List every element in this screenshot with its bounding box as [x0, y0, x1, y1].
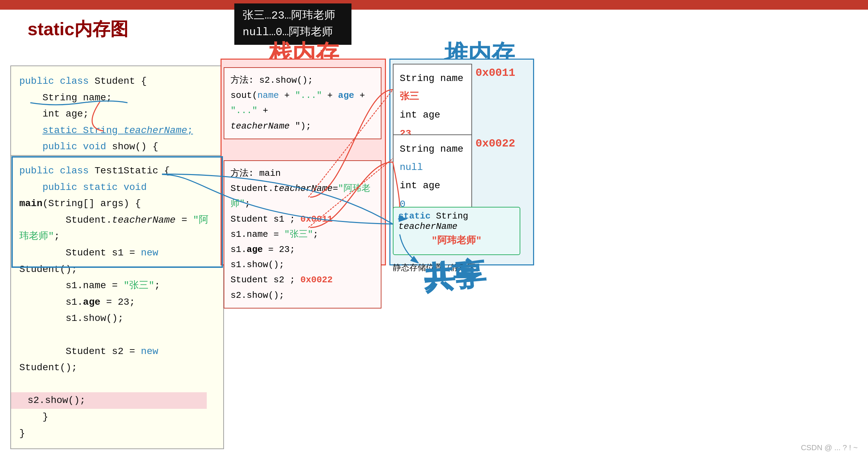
heap-obj1-addr: 0x0011: [476, 67, 515, 79]
stack-main-box: 方法: main Student.teacherName="阿玮老师"; Stu…: [224, 160, 381, 309]
heap-obj1-name-value: 张三: [400, 91, 419, 102]
static-area-box: static String teacherName "阿玮老师": [393, 207, 520, 255]
code-panel-test1static: public class Test1Static { public static…: [10, 155, 224, 449]
static-value: "阿玮老师": [398, 234, 515, 247]
heap-obj1-age-label: int age: [400, 110, 440, 120]
heap-obj2-addr: 0x0022: [476, 137, 515, 150]
stack-s2show-title: 方法: s2.show();: [231, 75, 313, 85]
heap-obj1-name-label: String name: [400, 73, 463, 84]
heap-obj2-age-label: int age: [400, 180, 440, 191]
top-bar: [0, 0, 868, 10]
stack-main-title: 方法: main: [231, 168, 281, 179]
watermark: CSDN @ ... ? ! ~: [801, 443, 858, 452]
stack-s2show-box: 方法: s2.show(); sout(name + "..." + age +…: [224, 67, 381, 139]
output-line1: 张三…23…阿玮老师: [243, 8, 343, 24]
heap-obj-2: String name null int age 0: [393, 134, 472, 219]
page-title: static内存图: [28, 17, 128, 41]
heap-obj2-name-label: String name: [400, 144, 463, 154]
heap-obj2-name-value: null: [400, 162, 423, 173]
share-text-display: 共亨: [424, 259, 479, 296]
